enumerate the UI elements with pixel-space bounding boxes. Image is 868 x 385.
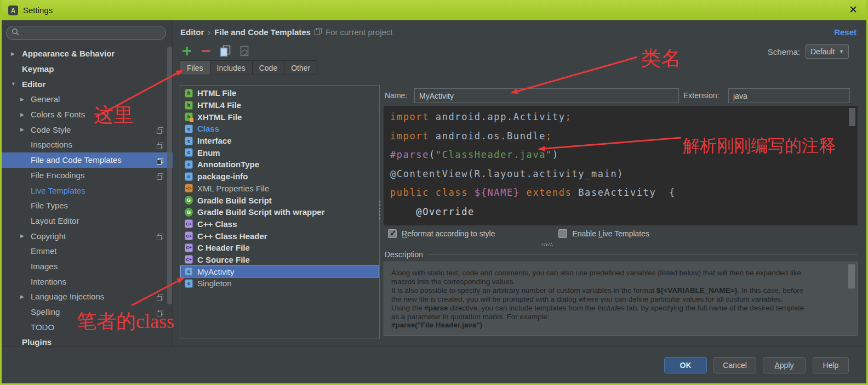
template-extension-input[interactable] <box>728 88 850 103</box>
sidebar-item-plugins[interactable]: Plugins <box>2 335 173 347</box>
file-template-row-xhtml-file[interactable]: hXHTML File <box>180 111 379 123</box>
chevron-right-icon[interactable]: ▶ <box>20 112 24 117</box>
file-template-row-gradle-build-script-with-wrapper[interactable]: GGradle Build Script with wrapper <box>180 206 379 218</box>
chevron-down-icon[interactable]: ▼ <box>11 81 16 87</box>
sidebar-item-todo[interactable]: TODO <box>2 319 173 335</box>
sidebar-item-intentions[interactable]: Intentions <box>2 274 173 289</box>
settings-window: A Settings ✕ ▶Appearance & BehaviorKeyma… <box>0 0 868 385</box>
chevron-right-icon[interactable]: ▶ <box>20 127 24 132</box>
file-template-row-package-info[interactable]: cpackage-info <box>180 171 379 183</box>
sidebar-item-general[interactable]: ▶General <box>2 92 173 107</box>
sidebar-item-layout-editor[interactable]: Layout Editor <box>2 213 173 229</box>
sidebar-item-label: TODO <box>31 322 54 332</box>
file-template-row-c-header-file[interactable]: C+C Header File <box>180 242 379 254</box>
sidebar-item-file-encodings[interactable]: File Encodings <box>2 168 173 183</box>
chevron-right-icon[interactable]: ▶ <box>20 97 24 102</box>
reset-link[interactable]: Reset <box>834 27 856 37</box>
settings-main-panel: Editor › File and Code Templates For cur… <box>175 20 868 347</box>
sidebar-scrollbar[interactable] <box>167 47 172 304</box>
help-button[interactable]: Help <box>813 357 849 373</box>
tab-other[interactable]: Other <box>284 60 317 75</box>
search-input[interactable] <box>23 29 149 37</box>
sidebar-item-language-injections[interactable]: ▶Language Injections <box>2 289 173 304</box>
sidebar-item-file-types[interactable]: File Types <box>2 198 173 213</box>
chevron-right-icon[interactable]: ▶ <box>20 233 24 239</box>
file-template-row-html4-file[interactable]: hHTML4 File <box>180 99 379 111</box>
file-template-row-interface[interactable]: cInterface <box>180 135 379 147</box>
description-line: Using the #parse directive, you can incl… <box>391 304 844 313</box>
file-template-label: XML Properties File <box>197 184 269 193</box>
sidebar-item-file-and-code-templates[interactable]: File and Code Templates <box>2 152 173 168</box>
copy-template-button[interactable] <box>219 45 231 57</box>
file-template-row-gradle-build-script[interactable]: GGradle Build Script <box>180 194 379 206</box>
description-text: Along with static text, code and comment… <box>391 269 844 330</box>
sidebar-item-appearance-behavior[interactable]: ▶Appearance & Behavior <box>2 46 173 61</box>
sidebar-item-editor[interactable]: ▼Editor <box>2 76 173 92</box>
sidebar-item-label: File Encodings <box>31 171 84 180</box>
splitter-handle[interactable] <box>379 201 381 219</box>
file-template-row-html-file[interactable]: hHTML File <box>180 87 379 99</box>
checkbox-label: Enable Live Templates <box>572 229 649 238</box>
remove-template-button[interactable] <box>200 45 212 57</box>
sidebar-item-label: Spelling <box>31 307 60 316</box>
template-tabs: FilesIncludesCodeOther <box>180 60 317 75</box>
sidebar-item-label: Emmet <box>31 246 57 256</box>
schema-value: Default <box>810 47 835 56</box>
file-template-row-c-class-header[interactable]: C+C++ Class Header <box>180 230 379 242</box>
sidebar-item-inspections[interactable]: Inspections <box>2 137 173 152</box>
file-template-row-enum[interactable]: cEnum <box>180 146 379 158</box>
editor-scrollbar[interactable] <box>849 108 855 126</box>
cpp-file-icon: C+ <box>185 219 193 228</box>
description-line: It is also possible to specify an arbitr… <box>391 286 844 295</box>
file-template-row-xml-properties-file[interactable]: <>XML Properties File <box>180 183 379 195</box>
sidebar-item-copyright[interactable]: ▶Copyright <box>2 228 173 244</box>
sidebar-item-live-templates[interactable]: Live Templates <box>2 183 173 198</box>
file-template-label: MyActivity <box>197 267 235 276</box>
checkbox-unchecked-icon[interactable] <box>558 229 567 238</box>
settings-search-box[interactable] <box>6 26 166 40</box>
sidebar-item-label: Inspections <box>31 140 72 149</box>
ok-button[interactable]: OK <box>664 357 707 373</box>
file-template-label: XHTML File <box>197 112 242 122</box>
checkbox-enable-live-templates[interactable]: Enable Live Templates <box>558 229 649 238</box>
schema-dropdown[interactable]: Default ▼ <box>806 44 849 59</box>
file-template-row-annotationtype[interactable]: cAnnotationType <box>180 158 379 171</box>
window-title: Settings <box>23 5 53 15</box>
vertical-splitter-handle[interactable] <box>541 243 553 246</box>
file-template-row-myactivity[interactable]: cMyActivity <box>180 265 379 278</box>
add-template-button[interactable] <box>181 45 193 57</box>
sidebar-item-spelling[interactable]: Spelling <box>2 304 173 320</box>
sidebar-item-images[interactable]: Images <box>2 259 173 274</box>
description-line: #parse("File Header.java") <box>391 321 844 330</box>
template-code-editor[interactable]: import android.app.Activity;import andro… <box>384 106 858 225</box>
sidebar-item-colors-fonts[interactable]: ▶Colors & Fonts <box>2 107 173 122</box>
cpp-file-icon: C+ <box>185 244 193 252</box>
copy-settings-icon <box>157 157 163 167</box>
cancel-button[interactable]: Cancel <box>713 357 756 373</box>
tab-includes[interactable]: Includes <box>210 60 253 75</box>
sidebar-item-emmet[interactable]: Emmet <box>2 244 173 259</box>
file-template-row-singleton[interactable]: cSingleton <box>180 278 379 290</box>
sidebar-item-label: General <box>31 94 60 104</box>
description-line: Along with static text, code and comment… <box>391 269 844 278</box>
chevron-right-icon[interactable]: ▶ <box>11 51 15 56</box>
sidebar-item-keymap[interactable]: Keymap <box>2 61 173 77</box>
file-template-row-c-class[interactable]: C+C++ Class <box>180 218 379 230</box>
chevron-right-icon[interactable]: ▶ <box>20 294 24 299</box>
tab-files[interactable]: Files <box>180 60 210 75</box>
checkbox-reformat-according-to-style[interactable]: ✓Reformat according to style <box>388 229 495 238</box>
copy-settings-icon <box>157 233 163 242</box>
copy-settings-icon <box>157 309 163 319</box>
description-scrollbar[interactable] <box>848 264 855 288</box>
apply-button[interactable]: Apply <box>763 357 806 373</box>
file-template-row-c-source-file[interactable]: C+C Source File <box>180 254 379 266</box>
close-icon[interactable]: ✕ <box>849 4 858 16</box>
checkbox-checked-icon[interactable]: ✓ <box>388 229 397 238</box>
name-label: Name: <box>385 91 407 100</box>
template-name-input[interactable] <box>414 88 679 103</box>
sidebar-item-code-style[interactable]: ▶Code Style <box>2 122 173 137</box>
reset-to-default-button[interactable] <box>238 45 250 57</box>
code-line: public class ${NAME} extends BaseActivit… <box>390 183 858 202</box>
tab-code[interactable]: Code <box>253 60 284 75</box>
file-template-row-class[interactable]: cClass <box>180 123 379 135</box>
